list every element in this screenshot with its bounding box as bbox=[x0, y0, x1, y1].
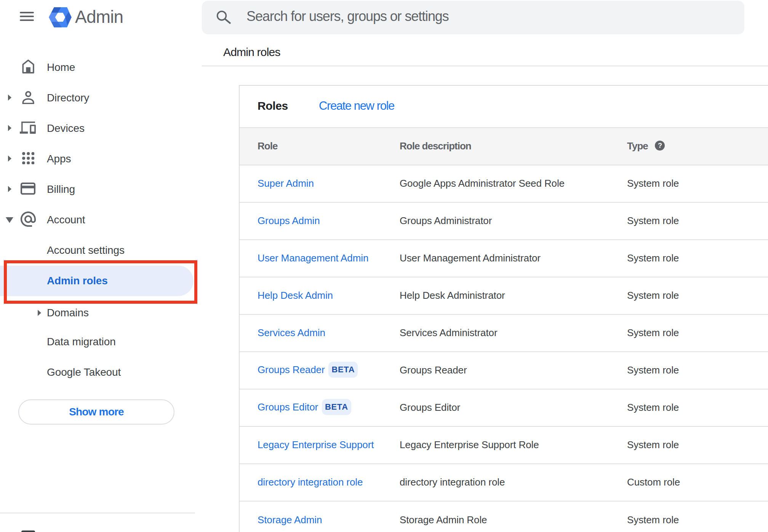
svg-text:?: ? bbox=[658, 142, 662, 150]
